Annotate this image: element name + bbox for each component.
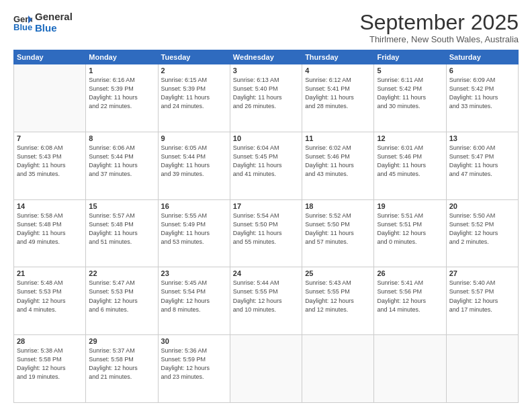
day-info: Sunrise: 5:38 AM Sunset: 5:58 PM Dayligh… [17, 347, 83, 381]
day-number: 12 [377, 134, 443, 142]
day-info: Sunrise: 6:13 AM Sunset: 5:40 PM Dayligh… [233, 76, 299, 111]
calendar-cell: 4Sunrise: 6:12 AM Sunset: 5:41 PM Daylig… [302, 64, 374, 132]
day-info: Sunrise: 5:43 AM Sunset: 5:55 PM Dayligh… [305, 279, 371, 314]
calendar-cell: 24Sunrise: 5:44 AM Sunset: 5:55 PM Dayli… [230, 267, 302, 335]
calendar-cell [14, 64, 86, 132]
calendar: SundayMondayTuesdayWednesdayThursdayFrid… [13, 50, 519, 403]
calendar-cell: 15Sunrise: 5:57 AM Sunset: 5:48 PM Dayli… [86, 199, 158, 267]
weekday-header-thursday: Thursday [302, 50, 374, 64]
day-info: Sunrise: 6:02 AM Sunset: 5:46 PM Dayligh… [305, 144, 371, 179]
day-number: 5 [377, 66, 443, 75]
week-row-2: 7Sunrise: 6:08 AM Sunset: 5:43 PM Daylig… [14, 132, 519, 199]
week-row-4: 21Sunrise: 5:48 AM Sunset: 5:53 PM Dayli… [14, 267, 519, 335]
calendar-cell [374, 335, 446, 403]
day-info: Sunrise: 6:05 AM Sunset: 5:44 PM Dayligh… [161, 144, 227, 179]
day-number: 25 [305, 269, 371, 277]
day-number: 21 [17, 269, 83, 277]
day-number: 29 [89, 337, 154, 345]
logo: General Blue General Blue [13, 11, 73, 34]
day-number: 16 [161, 202, 227, 210]
day-info: Sunrise: 6:12 AM Sunset: 5:41 PM Dayligh… [305, 76, 371, 111]
day-info: Sunrise: 5:37 AM Sunset: 5:58 PM Dayligh… [89, 347, 154, 381]
calendar-cell: 2Sunrise: 6:15 AM Sunset: 5:39 PM Daylig… [158, 64, 230, 132]
day-info: Sunrise: 6:00 AM Sunset: 5:47 PM Dayligh… [449, 144, 515, 179]
calendar-cell: 30Sunrise: 5:36 AM Sunset: 5:59 PM Dayli… [158, 335, 230, 403]
calendar-cell: 9Sunrise: 6:05 AM Sunset: 5:44 PM Daylig… [158, 132, 230, 199]
calendar-cell: 5Sunrise: 6:11 AM Sunset: 5:42 PM Daylig… [374, 64, 446, 132]
day-number: 13 [449, 134, 515, 142]
day-info: Sunrise: 5:36 AM Sunset: 5:59 PM Dayligh… [161, 347, 227, 381]
calendar-cell: 29Sunrise: 5:37 AM Sunset: 5:58 PM Dayli… [86, 335, 158, 403]
calendar-cell: 12Sunrise: 6:01 AM Sunset: 5:46 PM Dayli… [374, 132, 446, 199]
page: General Blue General Blue September 2025… [0, 0, 532, 411]
day-number: 19 [377, 202, 443, 210]
calendar-cell: 14Sunrise: 5:58 AM Sunset: 5:48 PM Dayli… [14, 199, 86, 267]
day-number: 17 [233, 202, 299, 210]
calendar-cell: 25Sunrise: 5:43 AM Sunset: 5:55 PM Dayli… [302, 267, 374, 335]
day-number: 26 [377, 269, 443, 277]
day-info: Sunrise: 6:16 AM Sunset: 5:39 PM Dayligh… [89, 76, 154, 111]
day-number: 1 [89, 66, 154, 75]
logo-general: General [35, 11, 73, 22]
weekday-header-friday: Friday [374, 50, 446, 64]
calendar-cell: 13Sunrise: 6:00 AM Sunset: 5:47 PM Dayli… [446, 132, 518, 199]
day-number: 28 [17, 337, 83, 345]
day-info: Sunrise: 6:01 AM Sunset: 5:46 PM Dayligh… [377, 144, 443, 179]
day-info: Sunrise: 5:44 AM Sunset: 5:55 PM Dayligh… [233, 279, 299, 314]
day-number: 8 [89, 134, 154, 142]
location: Thirlmere, New South Wales, Australia [359, 34, 519, 44]
day-info: Sunrise: 6:15 AM Sunset: 5:39 PM Dayligh… [161, 76, 227, 111]
weekday-header-row: SundayMondayTuesdayWednesdayThursdayFrid… [14, 50, 519, 64]
day-number: 15 [89, 202, 154, 210]
day-number: 14 [17, 202, 83, 210]
day-info: Sunrise: 5:51 AM Sunset: 5:51 PM Dayligh… [377, 212, 443, 246]
calendar-cell: 19Sunrise: 5:51 AM Sunset: 5:51 PM Dayli… [374, 199, 446, 267]
day-number: 27 [449, 269, 515, 277]
day-info: Sunrise: 5:45 AM Sunset: 5:54 PM Dayligh… [161, 279, 227, 314]
calendar-cell: 20Sunrise: 5:50 AM Sunset: 5:52 PM Dayli… [446, 199, 518, 267]
calendar-cell: 22Sunrise: 5:47 AM Sunset: 5:53 PM Dayli… [86, 267, 158, 335]
day-number: 22 [89, 269, 154, 277]
day-number: 11 [305, 134, 371, 142]
day-info: Sunrise: 5:52 AM Sunset: 5:50 PM Dayligh… [305, 212, 371, 246]
day-info: Sunrise: 5:55 AM Sunset: 5:49 PM Dayligh… [161, 212, 227, 246]
calendar-cell: 10Sunrise: 6:04 AM Sunset: 5:45 PM Dayli… [230, 132, 302, 199]
calendar-cell: 26Sunrise: 5:41 AM Sunset: 5:56 PM Dayli… [374, 267, 446, 335]
day-number: 2 [161, 66, 227, 75]
day-info: Sunrise: 5:47 AM Sunset: 5:53 PM Dayligh… [89, 279, 154, 314]
logo-icon: General Blue [13, 13, 32, 32]
svg-text:Blue: Blue [13, 22, 32, 32]
calendar-cell: 18Sunrise: 5:52 AM Sunset: 5:50 PM Dayli… [302, 199, 374, 267]
calendar-cell: 28Sunrise: 5:38 AM Sunset: 5:58 PM Dayli… [14, 335, 86, 403]
calendar-cell: 17Sunrise: 5:54 AM Sunset: 5:50 PM Dayli… [230, 199, 302, 267]
calendar-cell: 7Sunrise: 6:08 AM Sunset: 5:43 PM Daylig… [14, 132, 86, 199]
calendar-cell: 3Sunrise: 6:13 AM Sunset: 5:40 PM Daylig… [230, 64, 302, 132]
logo-blue: Blue [35, 22, 73, 34]
day-info: Sunrise: 5:57 AM Sunset: 5:48 PM Dayligh… [89, 212, 154, 246]
day-info: Sunrise: 6:11 AM Sunset: 5:42 PM Dayligh… [377, 76, 443, 111]
calendar-cell: 21Sunrise: 5:48 AM Sunset: 5:53 PM Dayli… [14, 267, 86, 335]
day-number: 9 [161, 134, 227, 142]
day-number: 20 [449, 202, 515, 210]
calendar-cell: 27Sunrise: 5:40 AM Sunset: 5:57 PM Dayli… [446, 267, 518, 335]
header: General Blue General Blue September 2025… [13, 11, 519, 44]
weekday-header-saturday: Saturday [446, 50, 518, 64]
day-number: 3 [233, 66, 299, 75]
day-number: 10 [233, 134, 299, 142]
day-number: 7 [17, 134, 83, 142]
day-number: 23 [161, 269, 227, 277]
calendar-cell: 11Sunrise: 6:02 AM Sunset: 5:46 PM Dayli… [302, 132, 374, 199]
day-info: Sunrise: 5:40 AM Sunset: 5:57 PM Dayligh… [449, 279, 515, 314]
day-info: Sunrise: 5:41 AM Sunset: 5:56 PM Dayligh… [377, 279, 443, 314]
day-info: Sunrise: 6:08 AM Sunset: 5:43 PM Dayligh… [17, 144, 83, 179]
calendar-cell: 23Sunrise: 5:45 AM Sunset: 5:54 PM Dayli… [158, 267, 230, 335]
day-info: Sunrise: 5:54 AM Sunset: 5:50 PM Dayligh… [233, 212, 299, 246]
weekday-header-sunday: Sunday [14, 50, 86, 64]
calendar-cell [302, 335, 374, 403]
day-number: 24 [233, 269, 299, 277]
calendar-cell [446, 335, 518, 403]
day-info: Sunrise: 6:06 AM Sunset: 5:44 PM Dayligh… [89, 144, 154, 179]
weekday-header-tuesday: Tuesday [158, 50, 230, 64]
day-number: 18 [305, 202, 371, 210]
weekday-header-wednesday: Wednesday [230, 50, 302, 64]
